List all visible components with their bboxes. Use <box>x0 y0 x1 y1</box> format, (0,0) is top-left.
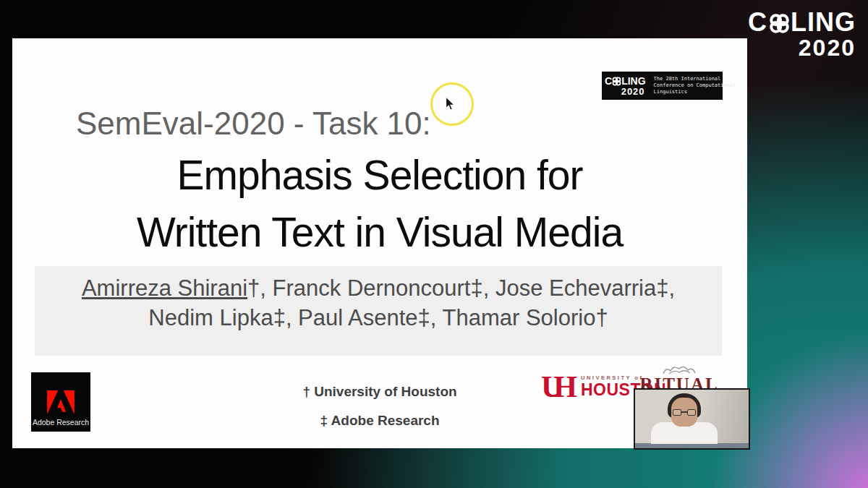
authors-line1-rest: †, Franck Dernoncourt‡, Jose Echevarria‡… <box>247 275 675 301</box>
banner-tagline-line2: Conference on Computational <box>654 82 736 89</box>
ritual-crest-icon <box>659 364 699 375</box>
glasses-left-lens <box>673 409 681 416</box>
slide-title-line2: Written Text in Visual Media <box>12 204 747 261</box>
presentation-slide: C LING 2020 The 28th International Confe… <box>12 38 747 448</box>
authors-line2: Nedim Lipka‡, Paul Asente‡, Thamar Solor… <box>35 303 722 333</box>
presenter-glasses <box>673 409 696 416</box>
brand-year: 2020 <box>748 36 856 60</box>
brand-suffix: LING <box>791 9 856 36</box>
banner-wordmark-prefix: C <box>605 76 612 87</box>
presenter-webcam <box>634 388 750 450</box>
banner-tagline-line1: The 28th International <box>654 76 736 82</box>
adobe-research-logo: Adobe Research <box>31 372 90 432</box>
coling-banner-wordmark: C LING 2020 <box>605 76 646 96</box>
authors-block: Amirreza Shirani†, Franck Dernoncourt‡, … <box>35 266 722 356</box>
authors-line1: Amirreza Shirani†, Franck Dernoncourt‡, … <box>35 273 722 303</box>
banner-tagline: The 28th International Conference on Com… <box>654 76 736 95</box>
brand-prefix: C <box>748 9 767 36</box>
coling-banner: C LING 2020 The 28th International Confe… <box>602 72 723 100</box>
adobe-a-icon <box>47 390 75 414</box>
coling-knot-icon <box>769 13 790 34</box>
coling-knot-icon <box>612 77 621 86</box>
slide-kicker: SemEval-2020 - Task 10: <box>76 106 431 142</box>
slide-title: Emphasis Selection for Written Text in V… <box>12 147 747 261</box>
video-frame: { "colors": { "teal": "#11877d", "pink":… <box>0 0 868 488</box>
webcam-desk <box>635 443 749 448</box>
banner-year: 2020 <box>621 87 646 96</box>
banner-wordmark-suffix: LING <box>621 76 645 87</box>
glasses-bridge <box>681 411 687 413</box>
adobe-logo-label: Adobe Research <box>33 418 89 427</box>
author-presenting: Amirreza Shirani <box>82 275 247 301</box>
slide-title-line1: Emphasis Selection for <box>12 147 747 204</box>
banner-tagline-line3: Linguistics <box>654 89 736 95</box>
uh-monogram: UH <box>541 372 568 401</box>
coling-stream-brand: C LING 2020 <box>748 9 856 60</box>
glasses-right-lens <box>687 409 696 416</box>
mouse-cursor-icon <box>445 97 456 111</box>
